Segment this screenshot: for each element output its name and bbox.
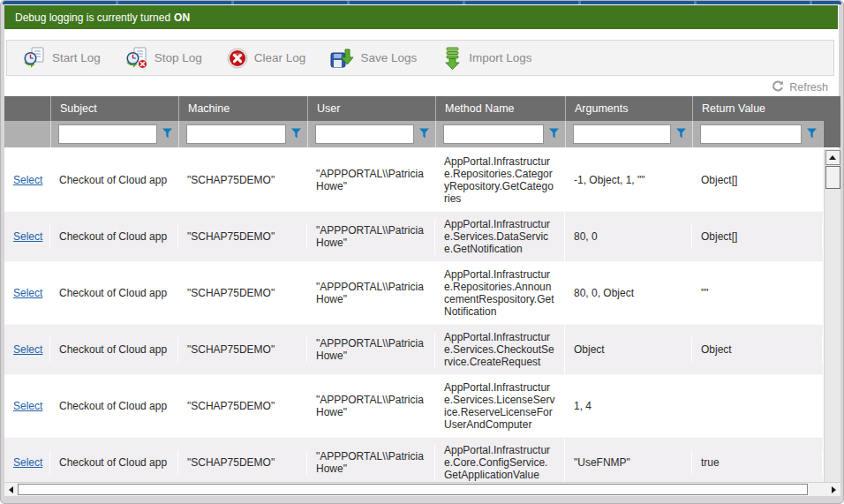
filter-funnel-icon[interactable] xyxy=(675,126,687,142)
method-name-cell: AppPortal.Infrastructure.Services.Checko… xyxy=(435,325,565,374)
return-value-cell: Object[] xyxy=(692,224,823,249)
arguments-cell: "UseFNMP" xyxy=(565,450,692,475)
scroll-left-arrow[interactable] xyxy=(4,483,18,496)
return-value-cell: Object xyxy=(692,337,823,362)
filter-cell-subject xyxy=(50,121,178,147)
refresh-icon xyxy=(772,80,784,95)
banner-message: Debug logging is currently turned xyxy=(15,11,170,24)
refresh-button[interactable]: Refresh xyxy=(772,79,828,95)
filter-cell-machine xyxy=(178,121,307,147)
user-cell: "APPPORTAL\\PatriciaHowe" xyxy=(307,275,435,312)
start-log-label: Start Log xyxy=(52,51,101,64)
subject-cell: Checkout of Cloud app xyxy=(50,450,178,475)
right-arrow-icon xyxy=(832,486,836,493)
subject-cell: Checkout of Cloud app xyxy=(50,281,178,305)
start-log-button[interactable]: Start Log xyxy=(14,43,109,72)
arguments-cell: 80, 0 xyxy=(565,224,692,249)
scroll-right-arrow[interactable] xyxy=(827,483,840,496)
filter-funnel-icon[interactable] xyxy=(290,126,302,142)
method-name-filter-input[interactable] xyxy=(443,124,544,144)
filter-funnel-icon[interactable] xyxy=(806,126,818,142)
column-header-user[interactable]: User xyxy=(307,96,435,121)
machine-cell: "SCHAP75DEMO" xyxy=(178,394,307,418)
select-link[interactable]: Select xyxy=(13,343,42,356)
grid-filter-row xyxy=(4,121,840,147)
user-filter-input[interactable] xyxy=(315,124,414,144)
arguments-cell: Object xyxy=(565,337,692,362)
method-name-cell: AppPortal.Infrastructure.Repositories.An… xyxy=(435,262,565,324)
column-header-method-name[interactable]: Method Name xyxy=(435,96,565,121)
filter-cell-arguments xyxy=(565,121,692,147)
debug-log-window: Debug logging is currently turned ON Sta… xyxy=(0,0,844,504)
method-name-cell: AppPortal.Infrastructure.Repositories.Ca… xyxy=(435,149,565,211)
column-header-return-value[interactable]: Return Value xyxy=(692,96,823,121)
return-value-cell: "" xyxy=(692,281,823,305)
filter-cell-select xyxy=(4,121,50,147)
table-row: Select Checkout of Cloud app "SCHAP75DEM… xyxy=(4,325,823,375)
vertical-scrollbar[interactable] xyxy=(824,149,840,482)
column-header-subject[interactable]: Subject xyxy=(50,96,178,121)
import-logs-button[interactable]: Import Logs xyxy=(433,43,540,73)
table-row: Select Checkout of Cloud app "SCHAP75DEM… xyxy=(4,149,823,212)
column-header-machine[interactable]: Machine xyxy=(178,96,307,121)
subject-cell: Checkout of Cloud app xyxy=(50,168,178,192)
save-logs-label: Save Logs xyxy=(360,51,417,64)
method-name-cell: AppPortal.Infrastructure.Services.Licens… xyxy=(435,375,565,437)
horizontal-scrollbar[interactable] xyxy=(4,482,840,496)
select-link[interactable]: Select xyxy=(13,287,42,299)
save-logs-button[interactable]: Save Logs xyxy=(321,43,426,72)
user-cell: "APPPORTAL\\PatriciaHowe" xyxy=(307,444,435,481)
start-log-icon xyxy=(23,47,46,69)
filter-funnel-icon[interactable] xyxy=(548,126,560,142)
table-row: Select Checkout of Cloud app "SCHAP75DEM… xyxy=(4,375,823,438)
return-value-filter-input[interactable] xyxy=(700,124,802,144)
machine-cell: "SCHAP75DEMO" xyxy=(178,281,307,305)
subject-cell: Checkout of Cloud app xyxy=(50,394,178,418)
scroll-up-arrow[interactable] xyxy=(825,150,840,165)
machine-cell: "SCHAP75DEMO" xyxy=(178,168,307,192)
clear-log-label: Clear Log xyxy=(254,51,306,64)
banner-status: ON xyxy=(174,11,190,24)
select-link[interactable]: Select xyxy=(13,230,42,243)
clear-log-button[interactable]: Clear Log xyxy=(218,44,315,72)
return-value-cell: true xyxy=(692,450,823,475)
subject-cell: Checkout of Cloud app xyxy=(50,224,178,249)
window-content: Debug logging is currently turned ON Sta… xyxy=(4,4,839,494)
select-link[interactable]: Select xyxy=(13,174,42,186)
machine-cell: "SCHAP75DEMO" xyxy=(178,337,307,362)
clear-log-icon xyxy=(227,48,248,69)
table-row: Select Checkout of Cloud app "SCHAP75DEM… xyxy=(4,438,823,482)
arguments-cell: 1, 4 xyxy=(565,394,692,418)
arguments-filter-input[interactable] xyxy=(573,124,671,144)
filter-funnel-icon[interactable] xyxy=(418,126,430,142)
log-toolbar: Start Log Stop Log xyxy=(6,40,834,76)
user-cell: "APPPORTAL\\PatriciaHowe" xyxy=(307,218,435,255)
up-arrow-icon xyxy=(829,155,836,160)
select-link[interactable]: Select xyxy=(13,400,42,412)
user-cell: "APPPORTAL\\PatriciaHowe" xyxy=(307,387,435,425)
filter-row-filler xyxy=(823,121,840,147)
subject-cell: Checkout of Cloud app xyxy=(50,337,178,362)
vertical-scrollbar-thumb[interactable] xyxy=(825,166,840,189)
table-row: Select Checkout of Cloud app "SCHAP75DEM… xyxy=(4,262,823,325)
left-arrow-icon xyxy=(9,486,13,493)
select-link[interactable]: Select xyxy=(13,456,42,469)
column-header-filler xyxy=(823,96,840,121)
filter-cell-return-value xyxy=(692,121,823,147)
method-name-cell: AppPortal.Infrastructure.Core.ConfigServ… xyxy=(435,438,565,482)
stop-log-label: Stop Log xyxy=(154,51,202,64)
horizontal-scrollbar-thumb[interactable] xyxy=(18,484,808,495)
stop-log-icon xyxy=(125,47,148,69)
filter-funnel-icon[interactable] xyxy=(162,126,173,142)
return-value-cell xyxy=(692,400,823,412)
subject-filter-input[interactable] xyxy=(58,124,157,144)
column-header-arguments[interactable]: Arguments xyxy=(565,96,692,121)
arguments-cell: 80, 0, Object xyxy=(565,281,692,305)
grid-rows: Select Checkout of Cloud app "SCHAP75DEM… xyxy=(4,149,824,482)
return-value-cell: Object[] xyxy=(692,168,823,192)
machine-filter-input[interactable] xyxy=(186,124,286,144)
save-logs-icon xyxy=(330,47,354,69)
stop-log-button[interactable]: Stop Log xyxy=(117,43,211,72)
import-logs-label: Import Logs xyxy=(469,51,531,64)
filter-cell-user xyxy=(307,121,435,147)
